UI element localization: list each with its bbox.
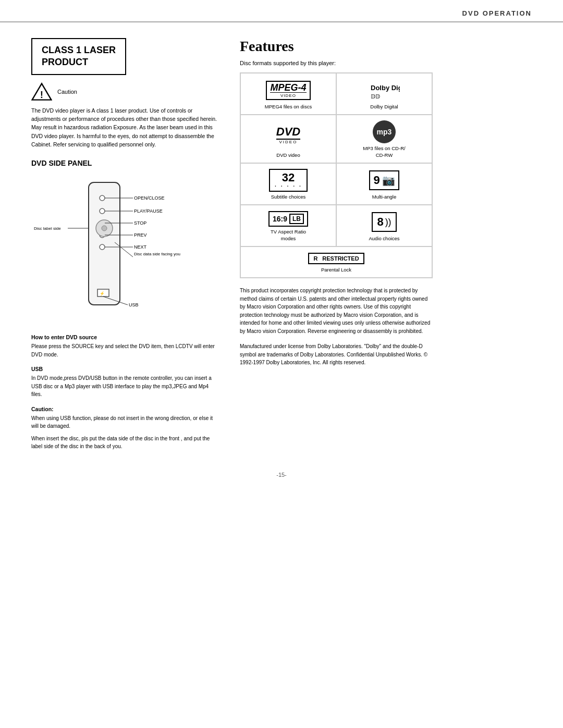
mpeg4-icon-area: MPEG-4 VIDEO [266, 79, 310, 102]
svg-text:!: ! [40, 89, 43, 100]
laser-product-box: CLASS 1 LASER PRODUCT [31, 38, 126, 75]
feature-cell-audio: 8 )) Audio choices [336, 205, 432, 246]
feature-cell-multiangle: 9 📷 Multi-angle [336, 163, 432, 205]
svg-text:Dolby Digital: Dolby Digital [371, 84, 400, 92]
feature-cell-mp3: mp3 MP3 files on CD-R/CD-RW [336, 115, 432, 163]
left-column: CLASS 1 LASER PRODUCT ! Caution The DVD … [31, 38, 219, 451]
dolby-icon: Dolby Digital 𝔻𝔻 [369, 79, 400, 102]
audio-logo-icon: 8 )) [372, 212, 396, 232]
svg-text:⚡: ⚡ [100, 291, 105, 296]
laser-product-text: CLASS 1 LASER PRODUCT [42, 44, 116, 69]
page-footer: -15- [0, 472, 563, 488]
multiangle-logo-icon: 9 📷 [369, 170, 399, 190]
page-number: -15- [276, 472, 287, 478]
how-to-enter-text: Please press the SOURCE key and select t… [31, 342, 219, 359]
disc-formats-label: Disc formats supported by this player: [240, 60, 532, 66]
feature-cell-tvaspectratio: 16:9 LB TV Aspect Ratiomodes [240, 205, 336, 246]
dvd-logo-icon: DVD VIDEO [276, 126, 300, 144]
main-content: CLASS 1 LASER PRODUCT ! Caution The DVD … [0, 38, 563, 451]
feature-cell-subtitle: 32 · · · · · Subtitle choices [240, 163, 336, 205]
feature-cell-dvd: DVD VIDEO DVD video [240, 115, 336, 163]
mp3-logo-icon: mp3 [373, 120, 396, 143]
page-header: DVD OPERATION [0, 0, 563, 22]
multiangle-icon-area: 9 📷 [369, 169, 399, 192]
page: DVD OPERATION CLASS 1 LASER PRODUCT ! Ca… [0, 0, 563, 728]
svg-text:PLAY/PAUSE: PLAY/PAUSE [134, 208, 163, 214]
dvd-icon-area: DVD VIDEO [276, 120, 300, 150]
audio-icon-area: 8 )) [372, 211, 396, 233]
svg-point-3 [100, 195, 105, 201]
usb-text: In DVD mode,press DVD/USB button in the … [31, 374, 219, 399]
svg-text:USB: USB [129, 302, 139, 307]
svg-text:𝔻𝔻: 𝔻𝔻 [371, 93, 380, 100]
how-to-enter-heading: How to enter DVD source [31, 334, 219, 340]
svg-text:STOP: STOP [134, 220, 146, 226]
tvaspectratio-label: TV Aspect Ratiomodes [271, 229, 306, 242]
mpeg4-label: MPEG4 files on discs [265, 104, 312, 110]
svg-text:PREV: PREV [134, 232, 147, 238]
svg-text:Disc label side: Disc label side [34, 226, 61, 231]
feature-cell-dolby: Dolby Digital 𝔻𝔻 Dolby Digital [336, 73, 432, 115]
feature-cell-mpeg4: MPEG-4 VIDEO MPEG4 files on discs [240, 73, 336, 115]
dvd-side-panel-title: DVD SIDE PANEL [31, 159, 219, 167]
tvaspectratio-logo-icon: 16:9 LB [268, 211, 308, 227]
svg-text:Disc data side facing you: Disc data side facing you [134, 252, 180, 256]
svg-point-9 [102, 226, 107, 231]
features-grid: MPEG-4 VIDEO MPEG4 files on discs Dolby … [240, 72, 433, 278]
mp3-icon-area: mp3 [373, 120, 396, 143]
dolby-label: Dolby Digital [370, 104, 398, 110]
usb-heading: USB [31, 366, 219, 372]
caution-text-2: When insert the disc, pls put the data s… [31, 435, 219, 451]
copyright-text: This product incorporates copyright prot… [240, 287, 433, 335]
svg-point-4 [100, 208, 105, 214]
dvd-panel-diagram: OPEN/CLOSE PLAY/PAUSE STOP PREV NEXT Dis… [31, 175, 198, 326]
svg-point-7 [100, 244, 105, 250]
parental-label: Parental Lock [321, 267, 351, 273]
header-title: DVD OPERATION [462, 9, 532, 17]
caution-label: Caution [57, 89, 77, 95]
svg-text:NEXT: NEXT [134, 244, 147, 250]
parental-icon-area: R RESTRICTED [308, 252, 364, 265]
dvd-label: DVD video [276, 152, 300, 158]
subtitle-logo-icon: 32 · · · · · [269, 169, 307, 192]
tvaspectratio-icon-area: 16:9 LB [268, 211, 308, 227]
features-title: Features [240, 38, 532, 55]
laser-body-text: The DVD video player is A class 1 laser … [31, 106, 219, 149]
subtitle-label: Subtitle choices [271, 194, 306, 200]
dolby-text: Manufactured under license from Dolby La… [240, 342, 433, 367]
svg-rect-2 [89, 182, 120, 305]
multiangle-label: Multi-angle [372, 194, 396, 200]
svg-text:OPEN/CLOSE: OPEN/CLOSE [134, 195, 165, 201]
right-column: Features Disc formats supported by this … [240, 38, 532, 451]
mp3-label: MP3 files on CD-R/CD-RW [363, 145, 405, 158]
mpeg4-logo-icon: MPEG-4 VIDEO [266, 81, 310, 100]
feature-cell-parental: R RESTRICTED Parental Lock [240, 246, 432, 278]
caution-row: ! Caution [31, 82, 219, 101]
caution-heading: Caution: [31, 406, 219, 412]
caution-text-1: When using USB function, please do not i… [31, 414, 219, 430]
dolby-icon-area: Dolby Digital 𝔻𝔻 [369, 79, 400, 102]
audio-label: Audio choices [369, 236, 399, 242]
parental-logo-icon: R RESTRICTED [308, 253, 364, 264]
subtitle-icon-area: 32 · · · · · [269, 169, 307, 192]
caution-triangle-icon: ! [31, 82, 52, 101]
